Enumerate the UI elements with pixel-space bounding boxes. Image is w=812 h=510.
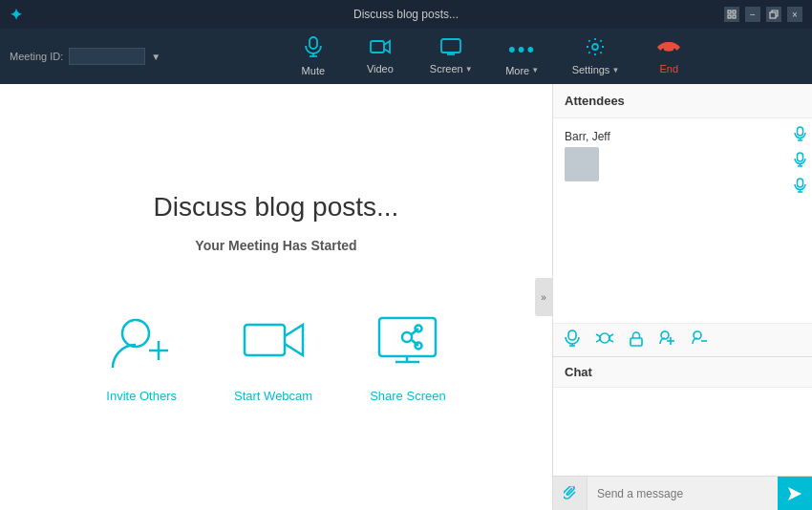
svg-point-20 (402, 332, 412, 342)
title-bar: ✦ Discuss blog posts... − × (0, 0, 812, 29)
more-icon: ••• (508, 37, 536, 62)
att-remove-icon[interactable] (691, 330, 708, 350)
settings-dropdown-arrow: ▼ (611, 66, 619, 74)
right-mics (788, 118, 812, 323)
meeting-id-dropdown-arrow[interactable]: ▼ (151, 52, 160, 62)
svg-rect-1 (733, 11, 736, 13)
end-call-icon (656, 38, 681, 60)
svg-marker-44 (788, 487, 801, 500)
settings-icon (586, 37, 605, 61)
attendees-section: Attendees Barr, Jeff (553, 84, 812, 357)
meeting-title: Discuss blog posts... (154, 192, 399, 223)
attendees-list: Barr, Jeff (553, 118, 788, 323)
more-dropdown-arrow: ▼ (531, 66, 539, 74)
start-webcam-label: Start Webcam (234, 389, 312, 403)
settings-label: Settings (572, 64, 610, 75)
more-label: More (505, 65, 529, 76)
svg-rect-0 (728, 11, 731, 13)
svg-rect-25 (798, 127, 803, 136)
left-panel: Discuss blog posts... Your Meeting Has S… (0, 84, 552, 510)
meeting-subtitle: Your Meeting Has Started (195, 238, 356, 253)
mute-label-row: Mute (302, 65, 325, 76)
svg-rect-28 (798, 153, 803, 161)
mute-label: Mute (302, 65, 325, 76)
more-button[interactable]: ••• More ▼ (494, 33, 551, 80)
meeting-id-label: Meeting ID: (10, 51, 63, 62)
svg-point-37 (600, 333, 609, 343)
att-lock-icon[interactable] (630, 330, 643, 351)
chat-attachment-button[interactable] (553, 477, 588, 511)
webcam-icon (240, 310, 307, 377)
svg-rect-31 (798, 179, 803, 187)
svg-point-13 (122, 320, 149, 347)
svg-rect-8 (371, 41, 384, 53)
invite-others-button[interactable]: Invite Others (106, 310, 177, 403)
chat-message-input[interactable] (588, 487, 778, 500)
svg-rect-38 (630, 338, 642, 346)
screen-dropdown-arrow: ▼ (465, 65, 473, 74)
window-title: Discuss blog posts... (353, 8, 459, 21)
invite-icon (108, 310, 175, 377)
svg-rect-4 (770, 12, 776, 18)
att-mute-all-icon[interactable] (565, 329, 580, 351)
svg-rect-17 (379, 318, 436, 356)
chat-messages (553, 388, 812, 476)
restore-button[interactable] (766, 7, 781, 22)
chat-send-button[interactable] (778, 477, 812, 511)
right-panel: Attendees Barr, Jeff (552, 84, 812, 510)
collapse-panel-handle[interactable]: » (535, 278, 552, 316)
close-button[interactable]: × (787, 7, 802, 22)
attendees-header: Attendees (553, 84, 812, 118)
attendee-row: Barr, Jeff (565, 126, 777, 185)
app-logo: ✦ (10, 6, 22, 24)
screen-label-row: Screen ▼ (430, 63, 473, 74)
svg-point-12 (592, 44, 598, 50)
window-controls: − × (724, 7, 802, 22)
attendees-toolbar (553, 323, 812, 356)
att-record-icon[interactable] (595, 331, 614, 349)
screen-button[interactable]: Screen ▼ (418, 34, 484, 78)
settings-label-row: Settings ▼ (572, 64, 620, 75)
svg-rect-16 (245, 325, 285, 355)
actions-row: Invite Others Start Webcam (106, 310, 445, 403)
att-invite-icon[interactable] (658, 330, 675, 350)
screen-label: Screen (430, 63, 463, 74)
minimize-button[interactable]: − (745, 7, 760, 22)
svg-rect-3 (733, 15, 736, 18)
toolbar: Meeting ID: ▼ Mute (0, 29, 812, 84)
svg-rect-9 (441, 39, 460, 53)
video-button[interactable]: Video (352, 34, 409, 78)
mic-icon-1[interactable] (794, 126, 806, 144)
chat-section: Chat (553, 357, 812, 510)
share-screen-icon (374, 310, 441, 377)
mic-icon-3[interactable] (794, 178, 806, 196)
svg-rect-5 (310, 37, 317, 49)
svg-rect-2 (728, 15, 731, 18)
invite-others-label: Invite Others (106, 389, 177, 403)
chat-input-row (553, 476, 812, 510)
main-area: Discuss blog posts... Your Meeting Has S… (0, 84, 812, 510)
settings-button[interactable]: Settings ▼ (561, 33, 631, 79)
screen-icon (440, 38, 461, 60)
toolbar-items: Mute Video Screen (180, 32, 802, 80)
start-webcam-button[interactable]: Start Webcam (234, 310, 312, 403)
attendee-name: Barr, Jeff (565, 130, 610, 143)
grid-button[interactable] (724, 7, 739, 22)
meeting-id-section: Meeting ID: ▼ (10, 48, 160, 65)
mute-icon (304, 36, 323, 62)
end-label: End (660, 63, 679, 74)
video-label: Video (367, 63, 394, 74)
more-label-row: More ▼ (505, 65, 539, 76)
chat-header: Chat (553, 357, 812, 388)
mic-icon-2[interactable] (794, 152, 806, 170)
attendee-avatar (565, 147, 599, 181)
video-icon (370, 38, 391, 60)
share-screen-label: Share Screen (370, 389, 446, 403)
end-button[interactable]: End (640, 34, 697, 78)
mute-button[interactable]: Mute (285, 32, 342, 80)
meeting-id-input[interactable] (69, 48, 145, 65)
svg-rect-34 (568, 330, 576, 340)
share-screen-button[interactable]: Share Screen (370, 310, 446, 403)
